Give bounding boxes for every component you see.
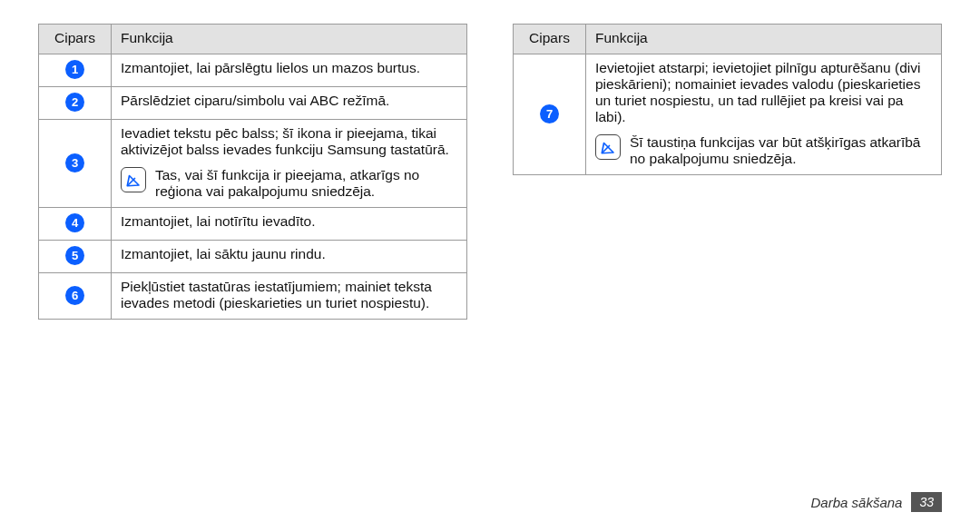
row-number-cell: 3 xyxy=(39,120,112,208)
left-column: Cipars Funkcija 1 Izmantojiet, lai pārsl… xyxy=(38,24,467,320)
page: Cipars Funkcija 1 Izmantojiet, lai pārsl… xyxy=(0,0,980,532)
table-row: 2 Pārslēdziet ciparu/simbolu vai ABC rež… xyxy=(39,87,467,120)
row-body-cell: Piekļūstiet tastatūras iestatījumiem; ma… xyxy=(112,273,467,320)
note-block: Šī taustiņa funkcijas var būt atšķirīgas… xyxy=(595,134,932,167)
note-block: Tas, vai šī funkcija ir pieejama, atkarī… xyxy=(121,167,457,200)
row-number-cell: 6 xyxy=(39,273,112,320)
row-body-cell: Izmantojiet, lai pārslēgtu lielos un maz… xyxy=(112,54,467,87)
circled-number-icon: 2 xyxy=(65,93,84,112)
circled-number-icon: 5 xyxy=(65,246,84,265)
row-number-cell: 2 xyxy=(39,87,112,120)
table-row: 5 Izmantojiet, lai sāktu jaunu rindu. xyxy=(39,241,467,273)
row-body-text: Ievietojiet atstarpi; ievietojiet pilnīg… xyxy=(595,60,932,125)
footer-section-label: Darba sākšana xyxy=(811,495,903,510)
row-body-text: Ievadiet tekstu pēc balss; šī ikona ir p… xyxy=(121,125,457,158)
table-row: 3 Ievadiet tekstu pēc balss; šī ikona ir… xyxy=(39,120,467,208)
table-row: 4 Izmantojiet, lai notīrītu ievadīto. xyxy=(39,208,467,241)
row-body-cell: Ievadiet tekstu pēc balss; šī ikona ir p… xyxy=(112,120,467,208)
page-number: 33 xyxy=(911,492,942,512)
table-row: 7 Ievietojiet atstarpi; ievietojiet piln… xyxy=(514,54,942,175)
row-body-cell: Pārslēdziet ciparu/simbolu vai ABC režīm… xyxy=(112,87,467,120)
right-table: Cipars Funkcija 7 Ievietojiet atstarpi; … xyxy=(513,24,942,175)
note-text: Tas, vai šī funkcija ir pieejama, atkarī… xyxy=(155,167,457,200)
circled-number-icon: 6 xyxy=(65,286,84,305)
table-header-row: Cipars Funkcija xyxy=(514,25,942,54)
row-body-cell: Ievietojiet atstarpi; ievietojiet pilnīg… xyxy=(586,54,942,175)
circled-number-icon: 3 xyxy=(65,153,84,172)
table-row: 6 Piekļūstiet tastatūras iestatījumiem; … xyxy=(39,273,467,320)
row-number-cell: 1 xyxy=(39,54,112,87)
header-cipars: Cipars xyxy=(39,25,112,54)
circled-number-icon: 4 xyxy=(65,213,84,232)
header-funkcija: Funkcija xyxy=(112,25,467,54)
row-number-cell: 4 xyxy=(39,208,112,241)
columns: Cipars Funkcija 1 Izmantojiet, lai pārsl… xyxy=(38,24,942,320)
left-table: Cipars Funkcija 1 Izmantojiet, lai pārsl… xyxy=(38,24,467,320)
note-text: Šī taustiņa funkcijas var būt atšķirīgas… xyxy=(630,134,932,167)
circled-number-icon: 1 xyxy=(65,60,84,79)
row-body-cell: Izmantojiet, lai notīrītu ievadīto. xyxy=(112,208,467,241)
row-number-cell: 5 xyxy=(39,241,112,273)
note-icon xyxy=(595,134,621,160)
note-icon xyxy=(121,167,146,192)
header-cipars: Cipars xyxy=(514,25,586,54)
row-number-cell: 7 xyxy=(514,54,586,175)
right-column: Cipars Funkcija 7 Ievietojiet atstarpi; … xyxy=(513,24,942,320)
page-footer: Darba sākšana 33 xyxy=(811,492,942,512)
row-body-cell: Izmantojiet, lai sāktu jaunu rindu. xyxy=(112,241,467,273)
table-header-row: Cipars Funkcija xyxy=(39,25,467,54)
table-row: 1 Izmantojiet, lai pārslēgtu lielos un m… xyxy=(39,54,467,87)
circled-number-icon: 7 xyxy=(540,104,559,123)
header-funkcija: Funkcija xyxy=(586,25,942,54)
